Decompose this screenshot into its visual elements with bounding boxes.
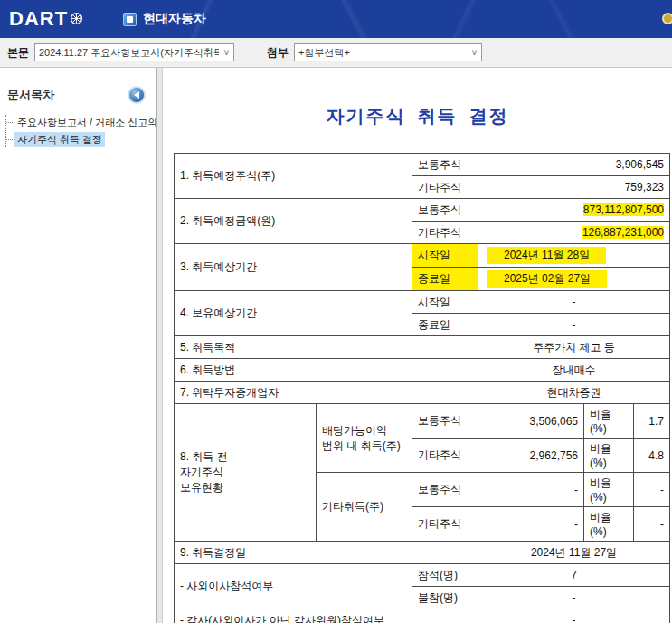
attachment-select[interactable]: +첨부선택+ ∨ (294, 43, 482, 61)
chevron-down-icon: ∨ (223, 47, 230, 57)
table-cell: 2024년 11월 28일 (478, 244, 670, 268)
table-cell: 배당가능이익 범위 내 취득(주) (317, 404, 412, 473)
table-row: 9. 취득결정일2024년 11월 27일 (175, 542, 670, 564)
company-doc-icon (123, 13, 137, 26)
table-cell: 5. 취득목적 (175, 336, 478, 359)
toc-item-treasury-stock[interactable]: 자기주식 취득 결정 (6, 132, 156, 147)
dart-logo-text: DART (9, 7, 68, 31)
document-title: 자기주식 취득 결정 (163, 104, 672, 128)
table-cell: 6. 취득방법 (175, 359, 478, 382)
table-cell: 비율(%) (584, 404, 634, 439)
table-cell: 종료일 (412, 314, 478, 336)
disclosure-table-wrap: 1. 취득예정주식(주)보통주식3,906,545기타주식759,3232. 취… (174, 153, 672, 623)
table-cell: 9. 취득결정일 (175, 542, 478, 564)
document-toc-sidebar: 문서목차 주요사항보고서 / 거래소 신고의무 사 자기주식 취득 결정 (0, 68, 156, 623)
table-cell: 기타주식 (412, 222, 478, 244)
body-document-select[interactable]: 2024.11.27 주요사항보고서(자기주식취득결 ∨ (34, 43, 234, 61)
table-cell: 종료일 (412, 268, 478, 291)
table-row: 5. 취득목적주주가치 제고 등 (175, 336, 670, 359)
table-cell: 보통주식 (412, 199, 478, 222)
table-row: 2. 취득예정금액(원)보통주식873,112,807,500 (175, 199, 670, 222)
table-row: 3. 취득예상기간시작일2024년 11월 28일 (175, 244, 670, 268)
table-cell: 기타주식 (412, 507, 478, 542)
sidebar-collapse-button[interactable] (128, 86, 146, 104)
dart-compass-icon (68, 7, 83, 31)
table-cell: 759,323 (478, 176, 670, 199)
table-cell: 장내매수 (478, 359, 670, 382)
table-cell: 1. 취득예정주식(주) (175, 154, 412, 199)
toc-header: 문서목차 (0, 86, 156, 109)
table-cell: - (478, 507, 584, 542)
disclosure-table-body: 1. 취득예정주식(주)보통주식3,906,545기타주식759,3232. 취… (175, 154, 670, 623)
table-cell: 기타주식 (412, 176, 478, 199)
table-cell: - (478, 609, 670, 623)
table-cell: 2,962,756 (478, 439, 584, 473)
table-cell: 873,112,807,500 (478, 199, 670, 222)
table-cell: 3,906,545 (478, 154, 670, 176)
attachment-select-value: +첨부선택+ (298, 46, 350, 60)
highlighted-value: 2024년 11월 28일 (487, 247, 606, 264)
toc-tree: 주요사항보고서 / 거래소 신고의무 사 자기주식 취득 결정 (5, 115, 156, 147)
highlighted-value: 126,887,231,000 (582, 226, 664, 239)
table-cell: 보통주식 (412, 154, 478, 176)
highlighted-value: 873,112,807,500 (583, 203, 664, 216)
table-cell: - 감사(사외이사가 아닌 감사위원)참석여부 (175, 609, 478, 623)
toc-item-label: 자기주식 취득 결정 (14, 132, 105, 147)
table-cell: - 사외이사참석여부 (175, 564, 412, 609)
main-area: 문서목차 주요사항보고서 / 거래소 신고의무 사 자기주식 취득 결정 자기주… (0, 68, 672, 623)
table-cell: - (634, 473, 670, 507)
table-cell: 주주가치 제고 등 (478, 336, 670, 359)
table-cell: 시작일 (412, 244, 478, 268)
table-cell: 기타주식 (412, 439, 478, 473)
table-cell: 비율(%) (584, 507, 634, 542)
toc-item-label: 주요사항보고서 / 거래소 신고의무 사 (14, 115, 156, 130)
table-cell: 비율(%) (584, 473, 634, 507)
attachment-select-label: 첨부 (267, 45, 289, 61)
table-cell: 불참(명) (412, 587, 478, 609)
table-cell: - (478, 587, 670, 609)
table-cell: 2024년 11월 27일 (478, 542, 670, 564)
table-cell: 8. 취득 전 자기주식 보유현황 (175, 404, 317, 542)
chevron-down-icon: ∨ (471, 47, 478, 57)
body-document-select-value: 2024.11.27 주요사항보고서(자기주식취득결 (39, 46, 219, 60)
table-cell: 126,887,231,000 (478, 222, 670, 244)
toc-title: 문서목차 (7, 87, 54, 103)
table-cell: 1.7 (634, 404, 670, 439)
header-circle-icon[interactable] (662, 13, 672, 24)
table-cell: - (634, 507, 670, 542)
table-row: 6. 취득방법장내매수 (175, 359, 670, 382)
body-select-label: 본문 (7, 45, 29, 61)
table-cell: 기타취득(주) (317, 473, 412, 542)
disclosure-table: 1. 취득예정주식(주)보통주식3,906,545기타주식759,3232. 취… (174, 153, 670, 623)
sidebar-content-divider[interactable] (156, 68, 163, 623)
table-cell: 3,506,065 (478, 404, 584, 439)
table-cell: 보통주식 (412, 473, 478, 507)
toc-item-report[interactable]: 주요사항보고서 / 거래소 신고의무 사 (6, 115, 156, 130)
table-cell: 보통주식 (412, 404, 478, 439)
table-cell: - (478, 314, 670, 336)
table-cell: - (478, 473, 584, 507)
table-cell: 2025년 02월 27일 (478, 268, 670, 291)
document-toolbar: 본문 2024.11.27 주요사항보고서(자기주식취득결 ∨ 첨부 +첨부선택… (0, 38, 672, 68)
table-cell: 참석(명) (412, 564, 478, 587)
company-name: 현대자동차 (143, 11, 206, 27)
highlighted-value: 2025년 02월 27일 (487, 270, 607, 288)
table-row: 4. 보유예상기간시작일- (175, 291, 670, 314)
table-row: - 사외이사참석여부참석(명)7 (175, 564, 670, 587)
dart-logo[interactable]: DART (9, 7, 83, 31)
table-cell: 4. 보유예상기간 (175, 291, 412, 336)
table-row: - 감사(사외이사가 아닌 감사위원)참석여부- (175, 609, 670, 623)
table-row: 8. 취득 전 자기주식 보유현황배당가능이익 범위 내 취득(주)보통주식3,… (175, 404, 670, 439)
table-cell: 7 (478, 564, 670, 587)
table-cell: - (478, 291, 670, 314)
table-cell: 비율(%) (584, 439, 634, 473)
table-cell: 4.8 (634, 439, 670, 473)
table-cell: 현대차증권 (478, 382, 670, 404)
table-cell: 7. 위탁투자중개업자 (175, 382, 478, 404)
document-content: 자기주식 취득 결정 1. 취득예정주식(주)보통주식3,906,545기타주식… (163, 68, 672, 623)
table-cell: 3. 취득예상기간 (175, 244, 412, 291)
company-header: 현대자동차 (123, 11, 206, 27)
table-row: 1. 취득예정주식(주)보통주식3,906,545 (175, 154, 670, 176)
table-cell: 2. 취득예정금액(원) (175, 199, 412, 244)
table-row: 7. 위탁투자중개업자현대차증권 (175, 382, 670, 404)
